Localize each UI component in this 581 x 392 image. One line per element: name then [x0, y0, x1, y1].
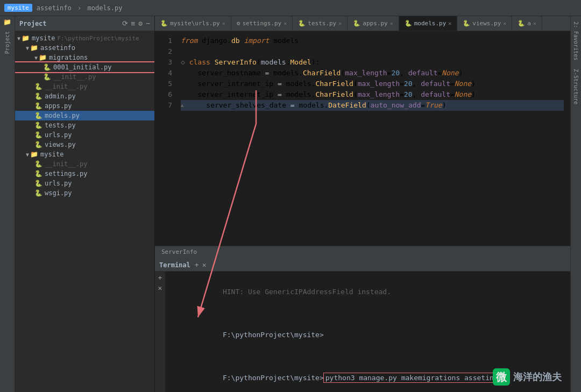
project-icon[interactable]: 📁	[3, 18, 11, 26]
tab-extra-icon: 🐍	[518, 20, 525, 27]
code-content[interactable]: from django.db import models ◇ class Ser…	[174, 31, 570, 246]
tab-models-icon: 🐍	[405, 20, 412, 27]
tab-models[interactable]: 🐍 models.py ✕	[399, 16, 458, 31]
sidebar-panel: Project ⟳ ≡ ⚙ − ▼ 📁 mysite F:\pythonProj…	[15, 16, 155, 392]
favorites-label: 2: Favorites	[573, 22, 579, 60]
line-numbers: 1 2 3 4 5 6 7	[155, 31, 174, 246]
tree-file-urls-assetinfo[interactable]: 🐍 urls.py	[15, 130, 154, 140]
tab-models-label: models.py	[414, 20, 447, 27]
code-line-4: server_hostname = models.CharField(max_l…	[181, 68, 564, 79]
editor-wrapper: 🐍 mysite\urls.py ✕ ⚙️ settings.py ✕ 🐍 te…	[155, 16, 570, 392]
tree-file-wsgi[interactable]: 🐍 wsgi.py	[15, 188, 154, 198]
tree-folder-assetinfo[interactable]: ▼ 📁 assetinfo	[15, 43, 154, 53]
tab-apps-icon: 🐍	[353, 20, 360, 27]
tab-urls-icon: 🐍	[160, 20, 168, 27]
terminal-close-icon[interactable]: ✕	[202, 261, 207, 269]
terminal-blank2	[172, 351, 564, 362]
tab-urls[interactable]: 🐍 mysite\urls.py ✕	[155, 16, 231, 31]
tab-apps-label: apps.py	[363, 20, 387, 27]
tab-tests[interactable]: 🐍 tests.py ✕	[293, 16, 348, 31]
tree-folder-mysite[interactable]: ▼ 📁 mysite	[15, 149, 154, 159]
tab-settings-label: settings.py	[242, 20, 281, 27]
breadcrumb-bottom: ServerInfo	[155, 246, 570, 258]
tab-settings[interactable]: ⚙️ settings.py ✕	[231, 16, 293, 31]
tab-extra-label: a	[527, 20, 531, 27]
minimize-icon[interactable]: −	[146, 19, 150, 27]
structure-label: Z-Structure	[573, 69, 579, 104]
terminal-content: + ✕ HINT: Use GenericIPAddressField inst…	[155, 272, 570, 392]
main-layout: 📁 Project Project ⟳ ≡ ⚙ − ▼ 📁 mysite F:\…	[0, 16, 581, 392]
tab-tests-icon: 🐍	[298, 20, 306, 27]
top-bar: mysite assetinfo › models.py	[0, 0, 581, 16]
tab-views-close[interactable]: ✕	[503, 20, 506, 26]
sidebar-icons: ⟳ ≡ ⚙ −	[122, 19, 150, 27]
tree-file-init-assetinfo[interactable]: 🐍 __init__.py	[15, 82, 154, 91]
tab-settings-close[interactable]: ✕	[284, 20, 287, 26]
left-sidebar-strip: 📁 Project	[0, 16, 15, 392]
gear-icon[interactable]: ⚙	[138, 19, 143, 27]
editor-tab-bar: 🐍 mysite\urls.py ✕ ⚙️ settings.py ✕ 🐍 te…	[155, 16, 570, 31]
terminal-area: Terminal + ✕ + ✕ HINT: Use GenericIPAddr…	[155, 258, 570, 392]
tab-settings-icon: ⚙️	[237, 20, 240, 27]
tree-root[interactable]: ▼ 📁 mysite F:\pythonProject\mysite	[15, 33, 154, 43]
terminal-hint: HINT: Use GenericIPAddressField instead.	[172, 276, 564, 308]
tab-urls-close[interactable]: ✕	[222, 20, 225, 26]
tree-file-init-migrations[interactable]: 🐍 __init__.py	[15, 72, 154, 82]
tab-views-label: views.py	[472, 20, 501, 27]
sidebar-header: Project ⟳ ≡ ⚙ −	[15, 16, 154, 31]
tab-models-close[interactable]: ✕	[448, 20, 451, 26]
tab-apps-close[interactable]: ✕	[390, 20, 393, 26]
collapse-icon[interactable]: ≡	[131, 19, 136, 27]
tab-urls-label: mysite\urls.py	[170, 20, 220, 27]
tree-file-models[interactable]: 🐍 models.py	[15, 111, 154, 120]
tree-file-views[interactable]: 🐍 views.py	[15, 140, 154, 149]
tab-tests-label: tests.py	[308, 20, 336, 27]
tree-file-apps[interactable]: 🐍 apps.py	[15, 101, 154, 111]
breadcrumb-serverinfo: ServerInfo	[161, 248, 197, 255]
file-tree: ▼ 📁 mysite F:\pythonProject\mysite ▼ 📁 a…	[15, 31, 154, 392]
terminal-header-icons: + ✕	[195, 261, 207, 269]
sidebar-title: Project	[19, 20, 47, 27]
tab-extra[interactable]: 🐍 a ✕	[512, 16, 542, 31]
code-line-1: from django.db import models	[181, 35, 564, 46]
terminal-title: Terminal	[159, 261, 190, 269]
terminal-command: python3 manage.py makemigrations assetin…	[324, 373, 504, 382]
tab-apps[interactable]: 🐍 apps.py ✕	[348, 16, 399, 31]
tab-extra-close[interactable]: ✕	[533, 20, 536, 26]
terminal-header: Terminal + ✕	[155, 259, 570, 272]
code-editor: 1 2 3 4 5 6 7 from django.db import mode…	[155, 31, 570, 246]
terminal-blank1	[172, 308, 564, 319]
logo: mysite	[4, 4, 32, 12]
tree-file-urls-mysite[interactable]: 🐍 urls.py	[15, 179, 154, 188]
tree-folder-migrations[interactable]: ▼ 📁 migrations	[15, 53, 154, 62]
tree-file-tests[interactable]: 🐍 tests.py	[15, 120, 154, 130]
code-line-2	[181, 46, 564, 57]
terminal-side-buttons: + ✕	[155, 272, 166, 392]
right-sidebar-strip: 2: Favorites Z-Structure	[570, 16, 581, 392]
tab-views[interactable]: 🐍 views.py ✕	[457, 16, 512, 31]
terminal-x-btn[interactable]: ✕	[155, 284, 165, 292]
terminal-add-btn[interactable]: +	[155, 274, 165, 282]
sync-icon[interactable]: ⟳	[122, 19, 128, 27]
terminal-path1: F:\pythonProject\mysite>	[172, 319, 564, 351]
code-line-7: ⚠ server_shelves_date = models.DateField…	[181, 100, 564, 111]
terminal-command-line: F:\pythonProject\mysite>python3 manage.p…	[172, 362, 564, 392]
tree-file-admin[interactable]: 🐍 admin.py	[15, 91, 154, 101]
project-label: Project	[4, 31, 10, 54]
code-line-5: server_intranet_ip = models.CharField(ma…	[181, 79, 564, 89]
breadcrumb: assetinfo › models.py	[37, 4, 123, 12]
tree-file-init-mysite[interactable]: 🐍 __init__.py	[15, 159, 154, 169]
code-line-6: server_internet_ip = models.CharField(ma…	[181, 89, 564, 100]
tree-file-0001-initial[interactable]: 🐍 0001_initial.py	[15, 62, 154, 72]
tab-views-icon: 🐍	[463, 20, 470, 27]
code-line-3: ◇ class ServerInfo(models.Model):	[181, 57, 564, 68]
tab-tests-close[interactable]: ✕	[338, 20, 342, 26]
tree-file-settings[interactable]: 🐍 settings.py	[15, 169, 154, 179]
terminal-text-area[interactable]: HINT: Use GenericIPAddressField instead.…	[166, 272, 570, 392]
terminal-add-icon[interactable]: +	[195, 261, 199, 269]
